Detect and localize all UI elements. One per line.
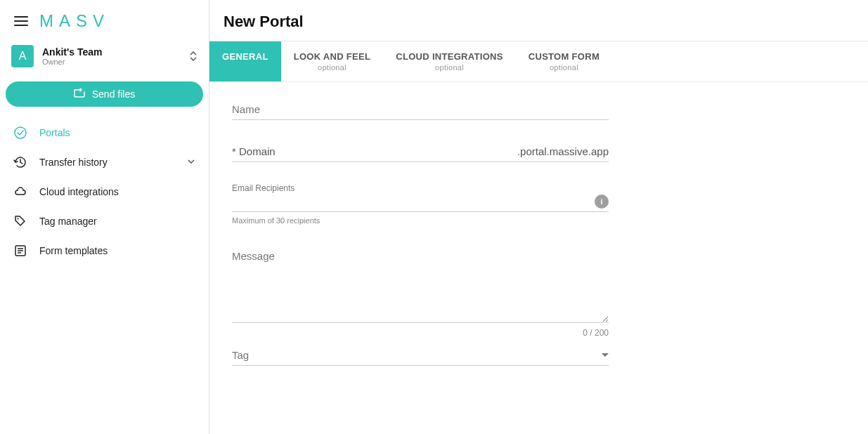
name-input[interactable] [232,99,609,120]
sidebar-header: MASV [0,0,209,37]
recipients-label: Email Recipients [232,183,609,193]
recipients-helper: Maximum of 30 recipients [232,216,609,225]
sidebar-item-cloud-integrations[interactable]: Cloud integrations [0,177,209,206]
form-general: * Domain .portal.massive.app Email Recip… [209,82,631,404]
tag-icon [13,213,28,229]
field-recipients: Email Recipients i Maximum of 30 recipie… [232,183,609,225]
send-icon [74,88,86,101]
team-info: Ankit's Team Owner [42,46,181,66]
tab-cloud-integrations[interactable]: CLOUD INTEGRATIONS optional [383,41,516,81]
page-title: New Portal [209,0,868,41]
tab-optional: optional [294,63,371,72]
field-tag: Tag [232,345,609,366]
history-icon [13,154,28,170]
sidebar-item-transfer-history[interactable]: Transfer history [0,147,209,177]
chevron-down-icon [186,157,196,169]
message-counter: 0 / 200 [232,328,609,338]
team-name: Ankit's Team [42,46,181,58]
domain-suffix: .portal.massive.app [517,145,609,157]
logo[interactable]: MASV [39,11,124,31]
sidebar-item-label: Form templates [39,245,196,256]
svg-point-2 [18,218,19,220]
hamburger-menu-icon[interactable] [11,13,31,29]
field-domain: * Domain .portal.massive.app [232,141,609,162]
tab-label: CLOUD INTEGRATIONS [396,51,503,62]
send-files-label: Send files [92,88,135,100]
tab-label: CUSTOM FORM [529,51,600,62]
tab-look-and-feel[interactable]: LOOK AND FEEL optional [281,41,384,81]
sidebar-nav: Portals Transfer history Cloud integrati… [0,115,209,265]
recipients-input[interactable] [232,196,595,207]
avatar: A [11,45,34,67]
form-icon [13,243,28,258]
sidebar: MASV A Ankit's Team Owner [0,0,209,434]
sidebar-item-tag-manager[interactable]: Tag manager [0,206,209,236]
sidebar-item-label: Tag manager [39,216,196,227]
info-icon[interactable]: i [595,195,609,209]
send-files-button[interactable]: Send files [6,81,203,107]
svg-point-1 [15,127,26,138]
tag-select[interactable]: Tag [232,345,609,366]
portals-icon [13,125,28,140]
main: New Portal GENERAL LOOK AND FEEL optiona… [209,0,868,434]
sidebar-item-form-templates[interactable]: Form templates [0,236,209,265]
message-textarea[interactable] [232,246,609,323]
team-switcher[interactable]: A Ankit's Team Owner [0,37,209,76]
tab-label: LOOK AND FEEL [294,51,371,62]
sidebar-item-portals[interactable]: Portals [0,118,209,147]
domain-label: * Domain [232,145,276,157]
field-name [232,99,609,120]
team-role: Owner [42,58,181,66]
tab-optional: optional [529,63,600,72]
tab-optional: optional [396,63,503,72]
tabs: GENERAL LOOK AND FEEL optional CLOUD INT… [209,41,868,82]
tag-label: Tag [232,349,602,361]
dropdown-icon [602,353,609,357]
tab-custom-form[interactable]: CUSTOM FORM optional [516,41,612,81]
sidebar-item-label: Cloud integrations [39,186,196,197]
domain-input[interactable] [276,141,517,162]
sidebar-item-label: Transfer history [39,157,175,168]
tab-label: GENERAL [222,51,268,62]
field-message: 0 / 200 [232,246,609,338]
cloud-icon [13,184,28,199]
up-down-chevron-icon [189,51,197,62]
svg-text:MASV: MASV [39,11,110,30]
sidebar-item-label: Portals [39,127,196,138]
tab-general[interactable]: GENERAL [209,41,281,81]
